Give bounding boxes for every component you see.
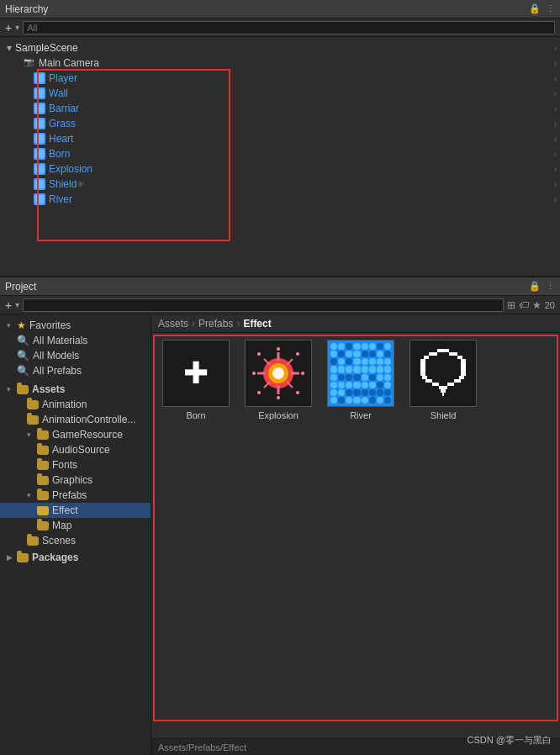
hierarchy-content: ▾ SampleScene › 📷 Main Camera › Player ›… (0, 37, 560, 276)
expand-arrow: ▾ (7, 321, 15, 330)
shield-thumbnail (409, 340, 477, 407)
river-dot (353, 374, 360, 381)
audiosource-item[interactable]: AudioSource (0, 442, 151, 457)
animcontroller-item[interactable]: AnimationControlle... (0, 412, 151, 427)
asset-river[interactable]: River (323, 340, 399, 420)
lock-icon-2[interactable]: 🔒 (529, 281, 541, 292)
effect-item[interactable]: Effect (0, 503, 151, 518)
gameresource-folder-icon (37, 430, 49, 440)
breadcrumb-effect[interactable]: Effect (243, 318, 271, 330)
audiosource-label: AudioSource (52, 444, 110, 456)
river-dot (338, 397, 345, 404)
add-button[interactable]: + (5, 21, 12, 34)
breadcrumb: Assets › Prefabs › Effect (151, 314, 560, 333)
map-item[interactable]: Map (0, 518, 151, 533)
all-materials-item[interactable]: 🔍 All Materials (0, 333, 151, 348)
barriar-label: Barriar (49, 103, 79, 114)
assets-group[interactable]: ▾ Assets (0, 382, 151, 397)
tree-item-river[interactable]: River › (0, 192, 560, 207)
favorites-group[interactable]: ▾ ★ Favorites (0, 318, 151, 333)
assets-folder-icon (17, 385, 29, 394)
tag-icon[interactable]: 🏷 (519, 299, 529, 311)
lock-icon[interactable]: 🔒 (529, 3, 541, 14)
packages-arrow: ▶ (7, 553, 15, 562)
fonts-item[interactable]: Fonts (0, 457, 151, 473)
tree-item-player[interactable]: Player › (0, 71, 560, 86)
river-dot (346, 343, 352, 350)
all-prefabs-item[interactable]: 🔍 All Prefabs (0, 363, 151, 378)
tree-item-main-camera[interactable]: 📷 Main Camera › (0, 55, 560, 71)
project-add-button[interactable]: + (5, 298, 12, 312)
scene-label: SampleScene (15, 42, 78, 54)
breadcrumb-sep2: › (236, 318, 240, 330)
explosion-asset-label: Explosion (258, 410, 298, 420)
river-dot (353, 351, 360, 357)
svg-rect-26 (422, 376, 427, 379)
packages-item[interactable]: ▶ Packages (0, 550, 151, 565)
river-dot (346, 382, 352, 388)
visibility-icon[interactable]: 👁 (77, 180, 85, 189)
tree-item-born[interactable]: Born › (0, 146, 560, 161)
filter-icon[interactable]: ⊞ (507, 299, 515, 311)
all-prefabs-label: All Prefabs (33, 365, 82, 377)
breadcrumb-assets[interactable]: Assets (158, 318, 188, 330)
river-dot (346, 366, 352, 372)
assets-expand-arrow: ▾ (7, 385, 15, 393)
river-dot (330, 397, 337, 404)
svg-point-17 (257, 391, 261, 394)
tree-item-explosion[interactable]: Explosion › (0, 161, 560, 177)
svg-rect-21 (449, 352, 457, 356)
svg-point-11 (277, 347, 280, 351)
scenes-item[interactable]: Scenes (0, 533, 151, 548)
prefabs-folder-icon (37, 491, 49, 500)
animation-item[interactable]: Animation (0, 397, 151, 412)
project-main: Assets › Prefabs › Effect ✚ Born (151, 314, 560, 755)
tree-item-barriar[interactable]: Barriar › (0, 101, 560, 116)
map-label: Map (52, 520, 71, 531)
gameresource-arrow: ▾ (27, 430, 35, 439)
dropdown-arrow[interactable]: ▾ (15, 23, 19, 32)
asset-born[interactable]: ✚ Born (158, 340, 234, 420)
row-right-arrow: › (554, 59, 557, 68)
river-dot (369, 358, 376, 365)
svg-rect-23 (457, 356, 462, 359)
scenes-folder-icon (27, 536, 39, 546)
river-dot (330, 343, 337, 350)
all-models-item[interactable]: 🔍 All Models (0, 348, 151, 363)
tree-item-heart[interactable]: Heart › (0, 131, 560, 146)
animcontroller-label: AnimationControlle... (42, 414, 135, 425)
project-dropdown[interactable]: ▾ (15, 300, 19, 309)
river-dot (338, 366, 345, 372)
scene-row[interactable]: ▾ SampleScene › (0, 40, 560, 55)
search-icon-materials: 🔍 (17, 335, 29, 346)
star-filter-icon[interactable]: ★ (532, 299, 542, 311)
tree-item-shield[interactable]: Shield 👁 › (0, 177, 560, 192)
asset-shield[interactable]: Shield (405, 340, 481, 420)
gameresource-item[interactable]: ▾ GameResource (0, 427, 151, 442)
river-dot (369, 397, 376, 404)
tree-item-grass[interactable]: Grass › (0, 116, 560, 131)
prefabs-item[interactable]: ▾ Prefabs (0, 488, 151, 503)
asset-explosion[interactable]: Explosion (240, 340, 316, 420)
svg-point-15 (296, 352, 299, 356)
titlebar-actions: 🔒 ⋮ (529, 3, 555, 14)
river-dot (338, 343, 345, 350)
river-dot (346, 389, 352, 396)
project-search[interactable] (23, 298, 504, 312)
graphics-item[interactable]: Graphics (0, 473, 151, 488)
river-dot (362, 382, 368, 388)
hierarchy-search[interactable] (23, 21, 555, 34)
project-titlebar-actions: 🔒 ⋮ (529, 281, 555, 292)
river-dots (328, 341, 394, 406)
river-dot (338, 382, 345, 388)
scene-arrow: ▾ (7, 42, 12, 54)
more-icon[interactable]: ⋮ (546, 3, 555, 14)
more-icon-2[interactable]: ⋮ (546, 281, 555, 292)
hierarchy-panel: Hierarchy 🔒 ⋮ + ▾ ▾ SampleScene › 📷 Main… (0, 0, 560, 277)
map-folder-icon (37, 521, 49, 531)
river-dot (369, 366, 376, 372)
tree-item-wall[interactable]: Wall › (0, 86, 560, 101)
audiosource-folder-icon (37, 446, 49, 455)
breadcrumb-prefabs[interactable]: Prefabs (198, 318, 233, 330)
river-dot (346, 351, 352, 357)
